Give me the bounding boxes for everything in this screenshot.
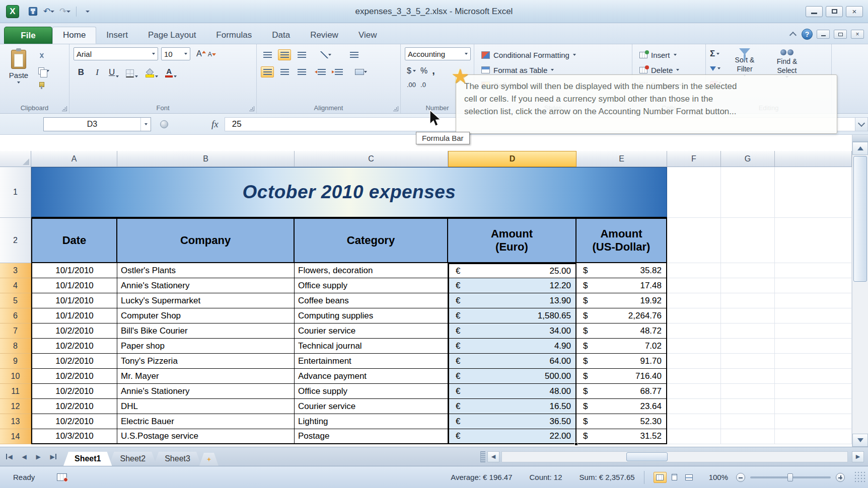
page-layout-view-button[interactable] bbox=[668, 472, 681, 483]
middle-align-button[interactable] bbox=[278, 49, 291, 60]
cell-company[interactable]: Electric Bauer bbox=[117, 414, 295, 429]
row-header-1[interactable]: 1 bbox=[0, 167, 31, 218]
cell-company[interactable]: Tony's Pizzeria bbox=[117, 354, 295, 369]
row-header[interactable]: 10 bbox=[0, 369, 31, 384]
column-header-f[interactable]: F bbox=[667, 151, 721, 167]
restore-button[interactable] bbox=[826, 6, 843, 17]
insert-worksheet-button[interactable] bbox=[199, 453, 219, 466]
minimize-ribbon-icon[interactable] bbox=[788, 31, 798, 38]
cell-company[interactable]: Paper shop bbox=[117, 339, 295, 354]
cell-amount-usd[interactable]: $ 19.92 bbox=[576, 293, 667, 308]
cell-category[interactable]: Advance payment bbox=[295, 369, 448, 384]
column-header-c[interactable]: C bbox=[295, 151, 448, 167]
cell-category[interactable]: Lighting bbox=[295, 414, 448, 429]
save-button[interactable] bbox=[26, 6, 39, 18]
wrap-text-button[interactable] bbox=[347, 49, 360, 60]
cell-category[interactable]: Courier service bbox=[295, 323, 448, 339]
cell-amount-usd[interactable]: $ 31.52 bbox=[576, 429, 667, 444]
cell-amount-euro[interactable]: € 36.50 bbox=[448, 414, 576, 429]
hscroll-left-button[interactable]: ◀ bbox=[487, 451, 499, 462]
tab-review[interactable]: Review bbox=[300, 27, 348, 44]
cell-date[interactable]: 10/2/2010 bbox=[31, 399, 117, 414]
cell-date[interactable]: 10/1/2010 bbox=[31, 308, 117, 323]
cell-company[interactable]: Mr. Mayer bbox=[117, 369, 295, 384]
column-header-extra[interactable] bbox=[775, 151, 852, 167]
hscroll-right-button[interactable]: ▶ bbox=[852, 451, 864, 462]
tab-view[interactable]: View bbox=[348, 27, 387, 44]
cell-amount-usd[interactable]: $ 35.82 bbox=[576, 263, 667, 278]
cell-company[interactable]: DHL bbox=[117, 399, 295, 414]
cell-date[interactable]: 10/2/2010 bbox=[31, 384, 117, 399]
percent-style-button[interactable]: % bbox=[420, 66, 427, 75]
zoom-in-button[interactable] bbox=[836, 473, 845, 482]
cell-amount-usd[interactable]: $ 52.30 bbox=[576, 414, 667, 429]
zoom-slider[interactable] bbox=[750, 476, 831, 478]
header-cell-date[interactable]: Date bbox=[31, 218, 117, 263]
normal-view-button[interactable] bbox=[654, 472, 667, 483]
shrink-font-button[interactable]: A bbox=[208, 49, 216, 58]
copy-button[interactable] bbox=[36, 65, 58, 77]
cell-amount-euro[interactable]: € 500.00 bbox=[448, 369, 576, 384]
cell-amount-euro[interactable]: € 13.90 bbox=[448, 293, 576, 308]
font-name-combo[interactable]: Arial bbox=[74, 47, 158, 60]
close-button[interactable]: × bbox=[846, 6, 863, 17]
decrease-indent-button[interactable] bbox=[315, 66, 328, 77]
next-sheet-button[interactable]: ▶ bbox=[32, 451, 44, 462]
sheet-tab-sheet2[interactable]: Sheet2 bbox=[109, 452, 157, 466]
cell-amount-usd[interactable]: $ 48.72 bbox=[576, 323, 667, 339]
cell-date[interactable]: 10/2/2010 bbox=[31, 339, 117, 354]
cell-date[interactable]: 10/2/2010 bbox=[31, 369, 117, 384]
cell-amount-usd[interactable]: $ 68.77 bbox=[576, 384, 667, 399]
cell-date[interactable]: 10/1/2010 bbox=[31, 293, 117, 308]
fill-button[interactable] bbox=[710, 63, 721, 74]
cell-category[interactable]: Computing supplies bbox=[295, 308, 448, 323]
cell-amount-usd[interactable]: $ 91.70 bbox=[576, 354, 667, 369]
first-sheet-button[interactable]: ◀ bbox=[4, 451, 16, 462]
cell-category[interactable]: Office supply bbox=[295, 278, 448, 293]
tab-home[interactable]: Home bbox=[52, 27, 96, 44]
cell-amount-usd[interactable]: $ 7.02 bbox=[576, 339, 667, 354]
merge-center-button[interactable] bbox=[354, 66, 368, 77]
italic-button[interactable]: I bbox=[92, 65, 103, 77]
title-cell[interactable]: October 2010 expenses bbox=[31, 167, 667, 218]
cell-amount-euro[interactable]: € 25.00 bbox=[448, 263, 576, 278]
tab-file[interactable]: File bbox=[4, 27, 52, 44]
customize-qat-button[interactable] bbox=[81, 6, 94, 18]
conditional-formatting-button[interactable]: Conditional Formatting bbox=[478, 47, 629, 62]
font-size-combo[interactable]: 10 bbox=[161, 47, 190, 60]
font-dialog-launcher-icon[interactable] bbox=[249, 106, 254, 111]
align-right-button[interactable] bbox=[295, 66, 308, 77]
workbook-close-button[interactable]: × bbox=[851, 30, 864, 39]
vertical-scroll-thumb[interactable] bbox=[853, 156, 867, 282]
cell-amount-euro[interactable]: € 4.90 bbox=[448, 339, 576, 354]
tab-formulas[interactable]: Formulas bbox=[206, 27, 262, 44]
name-box[interactable]: D3 bbox=[43, 117, 151, 131]
undo-button[interactable]: ↶ bbox=[42, 6, 55, 18]
column-header-d[interactable]: D bbox=[448, 151, 576, 167]
accounting-format-button[interactable]: $ bbox=[407, 66, 416, 75]
align-left-button[interactable] bbox=[261, 66, 274, 77]
column-header-g[interactable]: G bbox=[721, 151, 775, 167]
cell-amount-euro[interactable]: € 1,580.65 bbox=[448, 308, 576, 323]
cell-amount-usd[interactable]: $ 2,264.76 bbox=[576, 308, 667, 323]
header-cell-amount-euro[interactable]: Amount (Euro) bbox=[448, 218, 576, 263]
cell-category[interactable]: Flowers, decoration bbox=[295, 263, 448, 278]
cell-category[interactable]: Technical journal bbox=[295, 339, 448, 354]
row-header-2[interactable]: 2 bbox=[0, 218, 31, 263]
cell-date[interactable]: 10/1/2010 bbox=[31, 263, 117, 278]
row-header[interactable]: 4 bbox=[0, 278, 31, 293]
last-sheet-button[interactable]: ▶ bbox=[46, 451, 58, 462]
cell-company[interactable]: Annie's Stationery bbox=[117, 278, 295, 293]
header-cell-category[interactable]: Category bbox=[295, 218, 448, 263]
row-header[interactable]: 3 bbox=[0, 263, 31, 278]
column-header-b[interactable]: B bbox=[117, 151, 295, 167]
cell-category[interactable]: Entertainment bbox=[295, 354, 448, 369]
cell-category[interactable]: Office supply bbox=[295, 384, 448, 399]
cell-amount-euro[interactable]: € 12.20 bbox=[448, 278, 576, 293]
top-align-button[interactable] bbox=[261, 49, 274, 60]
cell-category[interactable]: Courier service bbox=[295, 399, 448, 414]
insert-cells-button[interactable]: Insert bbox=[636, 47, 702, 62]
macro-record-icon[interactable] bbox=[57, 473, 67, 481]
paste-button[interactable]: Paste bbox=[4, 47, 33, 96]
underline-button[interactable]: U bbox=[108, 65, 120, 77]
